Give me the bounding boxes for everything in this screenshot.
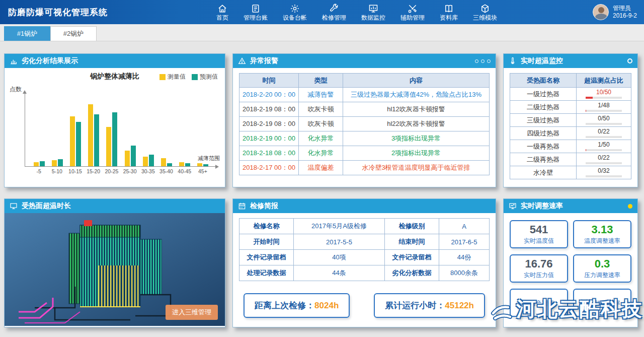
chart-bar-group <box>139 155 157 166</box>
maintenance-label: 文件记录留档 <box>384 250 439 265</box>
chart-x-tick: 25-30 <box>121 167 139 174</box>
nav-item-library[interactable]: 资料库 <box>440 4 458 21</box>
panel-alarms-header: 异常报警 <box>233 54 496 68</box>
nav-item-label: 设备台帐 <box>283 15 307 21</box>
overtemp-bar <box>586 97 622 99</box>
overtemp-ratio-cell: 0/22 <box>577 127 631 140</box>
maintenance-value: 2017年5月A级检修 <box>294 219 385 234</box>
maintenance-label: 检修级别 <box>384 219 439 234</box>
alarm-content: hl22吹灰器卡顿报警 <box>343 117 490 131</box>
overtemp-ratio: 0/22 <box>580 154 628 161</box>
rate-value: 16.76 <box>525 258 552 270</box>
chart-bar <box>58 159 63 166</box>
overtemp-row: 四级过热器0/22 <box>510 127 631 140</box>
app-title: 防磨防爆可视化管理系统 <box>0 7 121 18</box>
nav-item-equipment[interactable]: 设备台帐 <box>283 4 307 21</box>
rate-box: 0.3压力调整速率 <box>573 254 631 283</box>
alarm-col-header: 时间 <box>239 74 299 88</box>
nav-item-label: 资料库 <box>440 15 458 21</box>
maintenance-label: 检修名称 <box>239 219 294 234</box>
nav-item-aux-manage[interactable]: 辅助管理 <box>400 4 425 21</box>
user-info[interactable]: 管理员 2016-9-2 <box>593 4 644 20</box>
screen-icon <box>10 202 18 210</box>
rates-grid: 541实时温度值3.13温度调整速率16.76实时压力值0.3压力调整速率实时负… <box>504 213 637 324</box>
surface-name: 三级过热器 <box>510 114 577 127</box>
chart-plot: -55-1010-1515-2020-2525-3030-3535-4040-4… <box>25 92 217 174</box>
maintenance-label: 开始时间 <box>239 234 294 250</box>
alarm-row: 2018-2-19 08：00吹灰卡顿hl12吹灰器卡顿报警 <box>239 102 490 117</box>
surface-name: 一级过热器 <box>510 88 577 101</box>
nav-item-home[interactable]: 首页 <box>216 4 228 21</box>
maintenance-value: 2017-5-5 <box>294 234 385 250</box>
overtemp-bar <box>586 136 622 138</box>
boiler-tabs: #1锅炉#2锅炉 <box>0 24 644 41</box>
nav-item-maintenance[interactable]: 检修管理 <box>322 4 346 21</box>
overtemp-ratio: 1/50 <box>580 141 628 148</box>
panel-rates-header: 实时调整速率 <box>504 199 637 213</box>
alarm-time: 2018-2-19 08：00 <box>239 117 299 131</box>
maintenance-label: 结束时间 <box>384 234 439 250</box>
top-header: 防磨防爆可视化管理系统 首页管理台账设备台帐检修管理数据监控辅助管理资料库三维模… <box>0 0 644 24</box>
panel-maintenance: 检修简报 检修名称2017年5月A级检修检修级别A开始时间2017-5-5结束时… <box>232 198 496 327</box>
chart-bar-group <box>85 104 103 166</box>
chart-y-label: 点数 <box>10 85 22 94</box>
overtemp-col-header: 超温测点占比 <box>577 74 631 88</box>
alarm-content: 水冷壁3根管道温度明显高于临近管排 <box>343 161 490 175</box>
maintenance-value: A <box>439 219 489 234</box>
nav-item-ledger[interactable]: 管理台账 <box>244 4 268 21</box>
legend-item: 预测值 <box>192 73 218 81</box>
rate-box: 负荷调整速率 <box>573 289 631 317</box>
maintenance-row: 处理记录数据44条劣化分析数据8000余条 <box>239 265 490 281</box>
panel-degradation-header: 劣化分析结果展示 <box>5 54 225 68</box>
maintenance-label: 劣化分析数据 <box>384 265 439 281</box>
maintenance-value: 44条 <box>294 265 385 281</box>
thermometer-icon <box>509 57 517 65</box>
chart-bar-group <box>66 116 85 166</box>
rate-label: 实时负荷值 <box>524 299 554 308</box>
nav-item-label: 首页 <box>216 15 228 21</box>
enter-3d-button[interactable]: 进入三维管理 <box>166 305 218 320</box>
alarm-row: 2018-2-17 00：00温度偏差水冷壁3根管道温度明显高于临近管排 <box>239 161 490 175</box>
alarm-time: 2018-2-17 00：00 <box>239 161 299 175</box>
total-hours-value: 45122h <box>445 301 474 310</box>
total-hours-stat: 累计运行小时：45122h <box>374 293 485 318</box>
chart-x-tick: 15-20 <box>85 167 103 174</box>
chart-bar <box>88 104 93 166</box>
nav-item-3d-module[interactable]: 三维模块 <box>473 4 497 21</box>
calendar-icon <box>238 202 246 210</box>
chart-bar <box>106 127 111 166</box>
maintenance-row: 检修名称2017年5月A级检修检修级别A <box>239 219 490 234</box>
chart-bar <box>203 164 208 166</box>
alarms-menu-dots[interactable] <box>475 59 491 63</box>
alarm-content: 3项指标出现异常 <box>343 131 490 146</box>
chart-bar <box>40 161 45 166</box>
tab-boiler-1[interactable]: #1锅炉 <box>4 26 50 41</box>
dashboard-page: 防磨防爆可视化管理系统 首页管理台账设备台帐检修管理数据监控辅助管理资料库三维模… <box>0 0 644 337</box>
chart-legend: 测量值预测值 <box>159 73 218 81</box>
tab-boiler-2[interactable]: #2锅炉 <box>50 26 97 41</box>
chart-bar-group <box>121 146 139 166</box>
overtemp-row: 三级过热器0/50 <box>510 114 631 127</box>
panel-degradation: 劣化分析结果展示 锅炉整体减薄比 测量值预测值 点数 -55-1010-1515… <box>4 53 225 187</box>
maintenance-value: 44份 <box>439 250 489 265</box>
rate-label: 实时温度值 <box>524 237 554 245</box>
chart-bar-group <box>48 159 66 166</box>
chart-bar <box>112 112 117 166</box>
panel-rates-title: 实时调整速率 <box>521 201 563 211</box>
nav-item-data-monitor[interactable]: 数据监控 <box>361 4 385 21</box>
library-icon <box>444 4 454 14</box>
chart-x-axis-label: 减薄范围 <box>198 155 220 162</box>
panel-degradation-title: 劣化分析结果展示 <box>22 56 78 65</box>
maintenance-table: 检修名称2017年5月A级检修检修级别A开始时间2017-5-5结束时间2017… <box>239 218 490 281</box>
alarm-col-header: 类型 <box>299 74 343 88</box>
gear-icon <box>290 4 300 14</box>
ledger-icon <box>251 4 261 14</box>
alarm-time: 2018-2-19 08：00 <box>239 102 299 117</box>
chart-bars <box>25 92 217 167</box>
alarm-table: 时间类型内容 2018-2-20 00：00减薄告警三级过热器最大减薄值42%，… <box>239 73 490 175</box>
last-maintenance-stat: 距离上次检修：8024h <box>244 293 350 318</box>
alarm-content: hl12吹灰器卡顿报警 <box>343 102 490 117</box>
overtemp-bar <box>586 149 622 151</box>
overtemp-bar <box>586 175 622 177</box>
overtemp-ratio: 0/50 <box>580 114 628 122</box>
